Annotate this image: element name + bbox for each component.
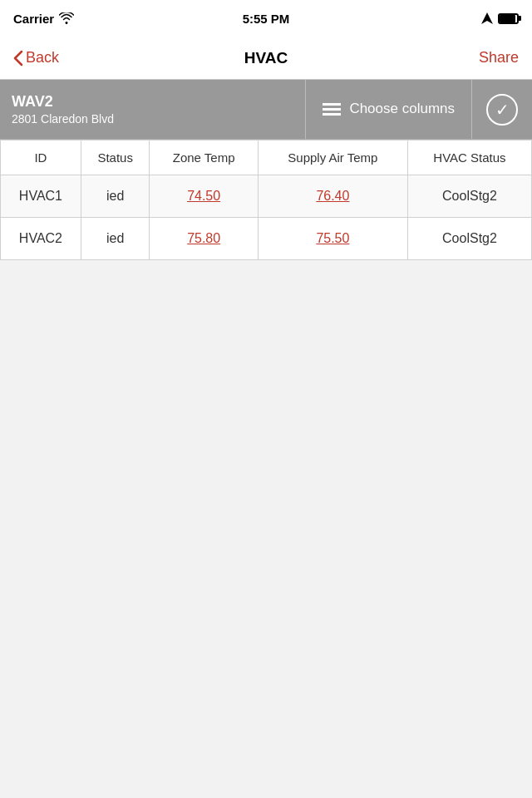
cell-status: ied bbox=[81, 175, 150, 218]
columns-icon bbox=[323, 103, 341, 116]
table-header-row: ID Status Zone Temp Supply Air Temp HVAC… bbox=[1, 140, 532, 175]
svg-marker-0 bbox=[481, 12, 493, 24]
checkmark-icon: ✓ bbox=[495, 100, 510, 120]
cell-zone-temp-link[interactable]: 74.50 bbox=[187, 189, 220, 203]
cell-zone-temp[interactable]: 74.50 bbox=[150, 175, 258, 218]
status-bar-time: 5:55 PM bbox=[243, 12, 290, 26]
checkmark-button[interactable]: ✓ bbox=[472, 80, 532, 139]
cell-id: HVAC1 bbox=[1, 175, 81, 218]
choose-columns-label: Choose columns bbox=[349, 101, 455, 117]
cell-zone-temp[interactable]: 75.80 bbox=[150, 218, 258, 260]
building-address: 2801 Claredon Blvd bbox=[12, 112, 293, 126]
carrier-label: Carrier bbox=[13, 12, 54, 26]
status-bar: Carrier 5:55 PM bbox=[0, 0, 532, 37]
cell-supply-air-temp[interactable]: 75.50 bbox=[258, 218, 407, 260]
cell-supply-air-temp-link[interactable]: 75.50 bbox=[316, 231, 349, 245]
back-label: Back bbox=[26, 49, 59, 66]
col-header-hvac-status: HVAC Status bbox=[407, 140, 531, 175]
cell-id: HVAC2 bbox=[1, 218, 81, 260]
col-header-zone-temp: Zone Temp bbox=[150, 140, 258, 175]
wifi-icon bbox=[59, 12, 74, 24]
share-button[interactable]: Share bbox=[479, 49, 519, 66]
cell-hvac-status: CoolStg2 bbox=[407, 175, 531, 218]
building-name: WAV2 bbox=[12, 93, 293, 111]
battery-icon bbox=[498, 13, 519, 24]
location-icon bbox=[481, 12, 493, 24]
col-header-status: Status bbox=[81, 140, 150, 175]
choose-columns-button[interactable]: Choose columns bbox=[306, 80, 472, 139]
building-info: WAV2 2801 Claredon Blvd bbox=[0, 80, 306, 139]
cell-supply-air-temp[interactable]: 76.40 bbox=[258, 175, 407, 218]
cell-zone-temp-link[interactable]: 75.80 bbox=[187, 231, 220, 245]
table-row: HVAC2ied75.8075.50CoolStg2 bbox=[1, 218, 532, 260]
nav-bar: Back HVAC Share bbox=[0, 37, 532, 80]
col-header-id: ID bbox=[1, 140, 81, 175]
cell-status: ied bbox=[81, 218, 150, 260]
chevron-left-icon bbox=[13, 50, 23, 66]
status-bar-right bbox=[481, 12, 519, 24]
building-header: WAV2 2801 Claredon Blvd Choose columns ✓ bbox=[0, 80, 532, 140]
cell-supply-air-temp-link[interactable]: 76.40 bbox=[316, 189, 349, 203]
back-button[interactable]: Back bbox=[13, 49, 59, 66]
table-row: HVAC1ied74.5076.40CoolStg2 bbox=[1, 175, 532, 218]
col-header-supply-air-temp: Supply Air Temp bbox=[258, 140, 407, 175]
hvac-table: ID Status Zone Temp Supply Air Temp HVAC… bbox=[0, 140, 532, 260]
cell-hvac-status: CoolStg2 bbox=[407, 218, 531, 260]
status-bar-left: Carrier bbox=[13, 12, 74, 26]
checkmark-circle: ✓ bbox=[486, 94, 518, 126]
nav-title: HVAC bbox=[244, 49, 288, 67]
